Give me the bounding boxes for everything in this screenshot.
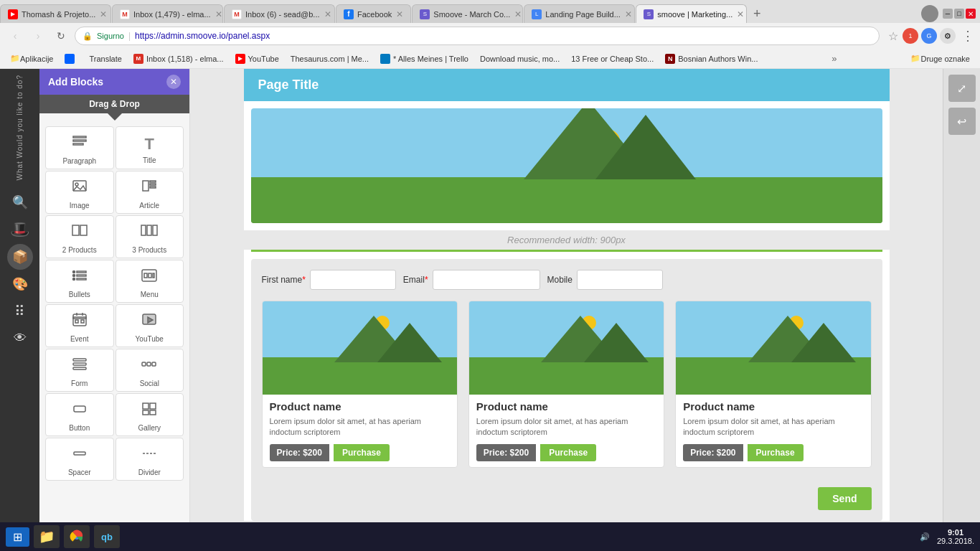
bookmark-dropbox[interactable] <box>60 52 82 65</box>
product-2-purchase[interactable]: Purchase <box>540 444 596 461</box>
main-layout: What Would you like to do? 🔍 🎩 📦 🎨 ⠿ 👁 A… <box>0 69 980 551</box>
bookmark-folder-icon: 📁 <box>10 54 20 63</box>
tool-eye[interactable]: 👁 <box>7 326 33 352</box>
block-3products[interactable]: 3 Products <box>116 215 184 258</box>
recommended-text: Recommended width: 900px <box>244 230 890 250</box>
block-divider[interactable]: Divider <box>116 438 184 481</box>
clock-time: 9:01 <box>937 528 974 537</box>
block-image[interactable]: Image <box>45 171 114 214</box>
svg-rect-9 <box>72 225 79 235</box>
tab-6-close[interactable]: ✕ <box>625 9 632 19</box>
bookmark-cheap[interactable]: 13 Free or Cheap Sto... <box>567 53 658 65</box>
block-form[interactable]: Form <box>45 349 114 392</box>
tab-7[interactable]: S smoove | Marketing... ✕ <box>636 4 747 23</box>
product-3-purchase[interactable]: Purchase <box>748 444 804 461</box>
send-button[interactable]: Send <box>818 487 871 510</box>
ext-icon-3[interactable]: ⚙ <box>940 28 956 44</box>
taskbar-file-manager[interactable]: 📁 <box>34 525 60 548</box>
bookmark-thesaurus[interactable]: Thesaurus.com | Me... <box>286 53 373 65</box>
ext-icon-1[interactable]: 1 <box>903 28 918 44</box>
tab-5-close[interactable]: ✕ <box>514 9 522 19</box>
block-event[interactable]: Event <box>45 304 114 347</box>
tab-5[interactable]: S Smoove - March Co... ✕ <box>412 4 523 23</box>
tab-4[interactable]: f Facebook ✕ <box>336 4 411 23</box>
product-3-desc: Lorem ipsum dolor sit amet, at has aperi… <box>683 416 863 438</box>
bookmark-bosnian-label: Bosnian Authors Win... <box>678 55 758 63</box>
block-gallery[interactable]: Gallery <box>116 393 184 436</box>
minimize-button[interactable]: ─ <box>943 9 953 19</box>
maximize-button[interactable]: □ <box>954 9 964 19</box>
back-button[interactable]: ‹ <box>6 27 24 45</box>
bookmark-folder-other-icon: 📁 <box>910 54 920 63</box>
block-youtube[interactable]: YouTube <box>116 304 184 347</box>
forward-button[interactable]: › <box>29 27 47 45</box>
tab-1[interactable]: ▶ Thomash & Projeto... ✕ <box>0 4 111 23</box>
form-row: First name* Email* Mobile <box>262 270 872 290</box>
drag-drop-label: Drag & Drop <box>39 95 189 113</box>
tab-6[interactable]: L Landing Page Build... ✕ <box>524 4 635 23</box>
bookmark-trello[interactable]: * Alles Meines | Trello <box>376 52 473 65</box>
tool-box[interactable]: 📦 <box>7 244 33 270</box>
fullscreen-button[interactable]: ⤢ <box>948 75 976 102</box>
block-title[interactable]: T Title <box>116 126 184 169</box>
block-article[interactable]: Article <box>116 171 184 214</box>
bookmark-star[interactable]: ☆ <box>888 29 898 43</box>
menu-button[interactable]: ⋮ <box>961 28 974 44</box>
tab-1-close[interactable]: ✕ <box>100 9 107 19</box>
bookmark-folder-other[interactable]: 📁 Druge oznake <box>906 52 974 65</box>
block-spacer[interactable]: Spacer <box>45 438 114 481</box>
tab-1-label: Thomash & Projeto... <box>22 10 95 19</box>
address-box[interactable]: 🔒 Sigurno | https://admin.smoove.io/pane… <box>75 27 880 45</box>
bookmark-inbox[interactable]: M Inbox (1,518) - elma... <box>129 52 228 65</box>
block-button[interactable]: Button <box>45 393 114 436</box>
block-social[interactable]: Social <box>116 349 184 392</box>
block-menu[interactable]: Menu <box>116 260 184 303</box>
bookmark-music-label: Download music, mo... <box>480 55 560 63</box>
start-button[interactable]: ⊞ <box>6 527 29 547</box>
tool-grid[interactable]: ⠿ <box>7 298 33 324</box>
more-bookmarks[interactable]: » <box>829 52 839 65</box>
reload-button[interactable]: ↻ <box>52 27 70 45</box>
prod-3-mtn-right <box>791 323 856 362</box>
tool-search[interactable]: 🔍 <box>7 189 33 215</box>
bookmark-bosnian[interactable]: N Bosnian Authors Win... <box>661 52 762 65</box>
product-1-info: Product name Lorem ipsum dolor sit amet,… <box>263 395 457 467</box>
block-title-label: Title <box>143 156 156 164</box>
tab-2-close[interactable]: ✕ <box>215 9 222 19</box>
bookmark-inbox-label: Inbox (1,518) - elma... <box>146 55 224 63</box>
block-bullets[interactable]: Bullets <box>45 260 114 303</box>
ext-icon-2[interactable]: G <box>921 28 937 44</box>
tool-magic[interactable]: 🎩 <box>7 217 33 242</box>
tab-7-close[interactable]: ✕ <box>737 9 744 19</box>
block-paragraph[interactable]: Paragraph <box>45 126 114 169</box>
firstname-input[interactable] <box>310 270 396 290</box>
canvas-area[interactable]: Page Title Recommended width: 900px <box>190 69 943 551</box>
blocks-close-button[interactable]: ✕ <box>166 75 181 89</box>
svg-rect-28 <box>75 320 78 323</box>
svg-rect-11 <box>141 225 146 235</box>
tool-palette[interactable]: 🎨 <box>7 271 33 297</box>
tab-3[interactable]: M Inbox (6) - sead@b... ✕ <box>224 4 335 23</box>
tab-2[interactable]: M Inbox (1,479) - elma... ✕ <box>112 4 223 23</box>
bookmark-translate[interactable]: Translate <box>85 53 126 65</box>
tab-4-close[interactable]: ✕ <box>396 9 403 19</box>
bookmark-music[interactable]: Download music, mo... <box>476 53 564 65</box>
bookmark-youtube[interactable]: ▶ YouTube <box>231 52 283 65</box>
taskbar-qbittorrent[interactable]: qb <box>94 525 120 548</box>
product-1-purchase[interactable]: Purchase <box>334 444 390 461</box>
tab-3-close[interactable]: ✕ <box>324 9 331 19</box>
new-tab-button[interactable]: + <box>748 4 766 23</box>
bookmark-bosnian-favicon: N <box>665 54 675 64</box>
close-button[interactable]: ✕ <box>966 9 976 19</box>
product-1-name: Product name <box>270 400 450 413</box>
block-event-label: Event <box>70 335 89 343</box>
block-article-label: Article <box>139 202 159 209</box>
undo-button[interactable]: ↩ <box>948 108 976 135</box>
paragraph-icon <box>71 133 88 154</box>
email-input[interactable] <box>433 270 540 290</box>
taskbar-chrome[interactable] <box>64 525 90 548</box>
bookmark-aplikacije[interactable]: 📁 Aplikacije <box>6 52 57 65</box>
block-2products[interactable]: 2 Products <box>45 215 114 258</box>
taskbar-clock: 🔊 9:01 29.3.2018. <box>920 528 974 545</box>
mobile-input[interactable] <box>577 270 663 290</box>
